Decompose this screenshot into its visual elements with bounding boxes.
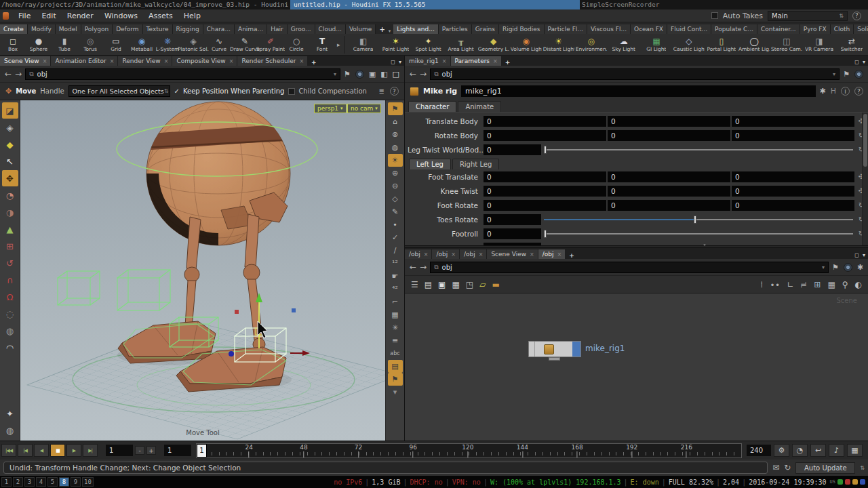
display-option-icon[interactable]: ≡ bbox=[388, 334, 403, 347]
shelf-tab[interactable]: Particle Fl... bbox=[545, 24, 587, 34]
shelf-tab[interactable]: Viscous Fl... bbox=[587, 24, 631, 34]
timeline-ruler[interactable]: 24487296120144168192216 1 bbox=[196, 443, 742, 458]
pane-tab[interactable]: Render Scheduler × bbox=[237, 56, 307, 66]
value-field[interactable]: 0 bbox=[608, 186, 730, 197]
network-toolbar-icon[interactable]: ▣ bbox=[438, 280, 446, 289]
shelf-tab[interactable]: Groo... bbox=[288, 24, 315, 34]
shelf-tab[interactable]: Hair bbox=[267, 24, 287, 34]
shelf-tool[interactable]: ◆ Geometry L... bbox=[477, 37, 510, 52]
workspace-button[interactable]: 10 bbox=[82, 477, 94, 487]
viewport-tool-icon[interactable]: ↖ bbox=[2, 153, 18, 169]
close-icon[interactable]: × bbox=[557, 251, 562, 258]
network-toolbar-icon[interactable]: ⊞ bbox=[814, 280, 821, 289]
display-option-icon[interactable]: ▾ bbox=[388, 386, 403, 399]
value-field[interactable]: 0 bbox=[484, 228, 541, 239]
pane-tab[interactable]: Scene View × bbox=[0, 56, 50, 66]
menu-item[interactable]: File bbox=[13, 12, 36, 20]
shelf-tool[interactable]: ❋ L-System bbox=[155, 37, 180, 52]
tray-app-icon[interactable] bbox=[837, 479, 843, 485]
close-icon[interactable]: × bbox=[43, 58, 47, 64]
shelf-tool[interactable]: ☀ Distant Light bbox=[542, 37, 575, 52]
character-picker-icon[interactable]: ◧ bbox=[380, 70, 387, 79]
folder-tab[interactable]: Right Leg bbox=[452, 159, 499, 169]
back-icon[interactable]: ← bbox=[410, 262, 416, 272]
network-toolbar-icon[interactable]: ◳ bbox=[466, 280, 473, 289]
shelf-tab[interactable]: Anima... bbox=[235, 24, 267, 34]
add-pane-tab-button[interactable]: + bbox=[566, 252, 578, 259]
display-option-icon[interactable]: ▤ bbox=[388, 360, 403, 373]
network-toolbar-icon[interactable]: ∟ bbox=[787, 280, 793, 289]
transport-button[interactable]: |◀◀ bbox=[1, 444, 16, 457]
viewport-tool-icon[interactable]: ∩ bbox=[2, 272, 18, 288]
viewport-tool-icon[interactable]: ◍ bbox=[2, 422, 18, 439]
slider-handle[interactable] bbox=[703, 244, 706, 246]
transport-button[interactable]: ▶| bbox=[83, 444, 98, 457]
close-icon[interactable]: × bbox=[479, 251, 484, 258]
child-compensation-checkbox[interactable] bbox=[288, 88, 295, 95]
pane-tab[interactable]: Animation Editor × bbox=[51, 56, 117, 66]
gear-icon[interactable]: ✱ bbox=[857, 263, 863, 272]
pane-tab[interactable]: /obj × bbox=[405, 249, 431, 259]
back-icon[interactable]: ← bbox=[410, 69, 416, 79]
close-icon[interactable]: × bbox=[299, 58, 304, 64]
viewport-tool-icon[interactable]: ◈ bbox=[2, 119, 18, 136]
pane-tab[interactable]: Composite View × bbox=[172, 56, 237, 66]
viewport-tool-icon[interactable]: ✥ bbox=[2, 170, 18, 186]
display-option-icon[interactable]: ◍ bbox=[388, 141, 403, 154]
close-icon[interactable]: × bbox=[442, 58, 447, 64]
shelf-tab[interactable]: Chara... bbox=[203, 24, 235, 34]
shelf-tab[interactable]: Cloth bbox=[831, 24, 854, 34]
workspace-button[interactable]: 4 bbox=[36, 477, 46, 487]
back-icon[interactable]: ← bbox=[5, 69, 12, 79]
shelf-tab[interactable]: Polygon bbox=[81, 24, 113, 34]
value-field[interactable]: 0 bbox=[484, 243, 541, 246]
close-icon[interactable]: × bbox=[229, 58, 234, 64]
keep-position-option[interactable]: ✓ Keep Position When Parenting bbox=[174, 87, 285, 95]
viewport-tool-icon[interactable]: ✦ bbox=[2, 405, 18, 422]
display-option-icon[interactable]: abc bbox=[388, 347, 403, 360]
network-toolbar-icon[interactable]: ⁞ bbox=[760, 280, 763, 289]
pane-tab[interactable]: /obj × bbox=[538, 249, 565, 259]
shelf-tool[interactable]: ● Sphere bbox=[26, 37, 52, 52]
shelf-tab[interactable]: Lights and... bbox=[393, 24, 439, 34]
network-toolbar-icon[interactable]: ▦ bbox=[452, 280, 459, 289]
shelf-tool[interactable]: ▮ Tube bbox=[52, 37, 77, 52]
viewport-tool-icon[interactable]: ◌ bbox=[2, 306, 18, 322]
network-toolbar-icon[interactable]: ▦ bbox=[827, 280, 835, 289]
updown-icon[interactable]: ⇅ bbox=[860, 465, 865, 471]
shelf-tab[interactable]: Grains bbox=[472, 24, 499, 34]
handle-mode-selector[interactable]: One For All Selected Objects ⇅ bbox=[68, 85, 170, 97]
camera-selector[interactable]: no cam▾ bbox=[347, 104, 381, 113]
viewport-tool-icon[interactable]: ↺ bbox=[2, 255, 18, 271]
shelf-tool[interactable]: ▦ GI Light bbox=[640, 37, 673, 52]
menu-item[interactable]: Render bbox=[62, 12, 99, 20]
shelf-tab[interactable]: Solid bbox=[854, 24, 868, 34]
display-option-icon[interactable]: ⌐ bbox=[388, 296, 403, 308]
value-field[interactable]: 0 bbox=[484, 186, 606, 197]
value-field[interactable]: 0 bbox=[608, 200, 730, 211]
shelf-tool[interactable]: ⇄ Switcher bbox=[835, 37, 868, 52]
shelf-tool[interactable]: ▭ Grid bbox=[103, 37, 129, 52]
shelf-tab[interactable]: Rigging bbox=[173, 24, 203, 34]
network-toolbar-icon[interactable]: ☰ bbox=[411, 280, 418, 289]
node-name-field[interactable]: mike_rig1 bbox=[461, 85, 815, 97]
shelf-tab[interactable]: Cloud... bbox=[315, 24, 346, 34]
viewport-tool-icon[interactable]: ◠ bbox=[2, 340, 18, 356]
display-option-icon[interactable]: ☛ bbox=[388, 270, 403, 283]
shelf-tool[interactable]: ◯ Ambient Lig... bbox=[738, 37, 770, 52]
viewport-3d-scene[interactable]: persp1▾ no cam▾ Move Tool bbox=[20, 100, 385, 441]
value-field[interactable]: 0 bbox=[484, 200, 606, 211]
pin-icon[interactable]: ⚑ bbox=[832, 263, 839, 272]
path-selector[interactable]: ⧉ obj ▾ bbox=[430, 262, 829, 273]
network-toolbar-icon[interactable]: ◐ bbox=[855, 280, 862, 289]
value-field[interactable]: 0 bbox=[484, 116, 606, 127]
path-selector[interactable]: ⧉ obj ▾ bbox=[25, 68, 340, 80]
value-field[interactable]: 0 bbox=[732, 186, 854, 197]
shelf-tab[interactable]: Container... bbox=[757, 24, 800, 34]
tray-app-icon[interactable] bbox=[852, 479, 858, 485]
viewport-tool-icon[interactable]: ▲ bbox=[2, 221, 18, 237]
menu-item[interactable]: Windows bbox=[99, 12, 143, 20]
node-output-connector[interactable] bbox=[549, 357, 560, 361]
display-option-icon[interactable]: ∕ bbox=[388, 244, 403, 257]
playbar-option-button[interactable]: ♪ bbox=[829, 444, 844, 457]
